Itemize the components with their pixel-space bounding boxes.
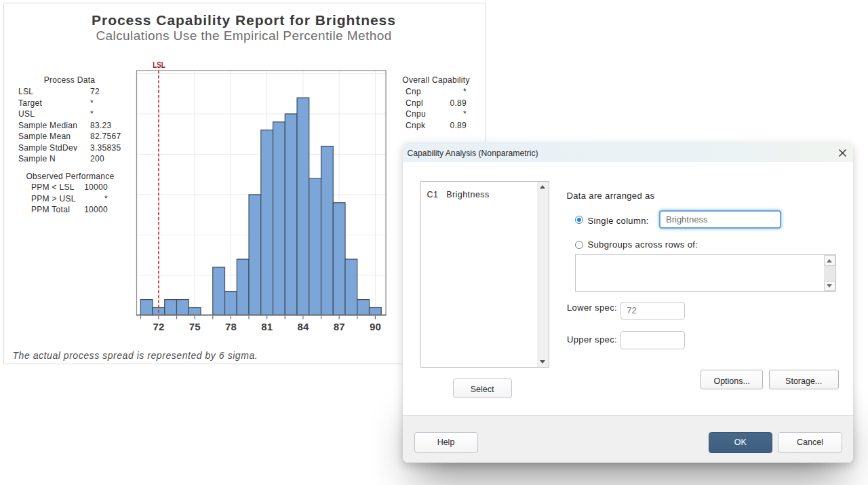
svg-text:78: 78 [225,321,237,332]
svg-text:LSL: LSL [153,60,165,70]
svg-text:87: 87 [334,321,345,332]
svg-text:90: 90 [370,321,381,332]
svg-text:72: 72 [153,321,165,332]
svg-text:81: 81 [261,321,273,332]
svg-text:75: 75 [189,321,201,332]
svg-text:84: 84 [298,321,309,332]
